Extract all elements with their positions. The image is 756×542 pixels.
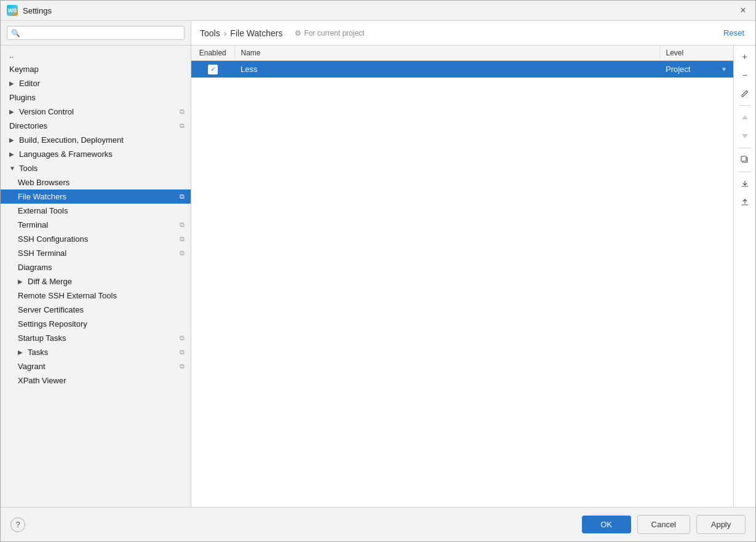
- col-header-level: Level: [659, 46, 733, 61]
- sidebar-item-version-control[interactable]: ▶ Version Control ⧉: [1, 105, 191, 119]
- sidebar-item-file-watchers[interactable]: File Watchers ⧉: [1, 189, 191, 204]
- copy-icon: ⧉: [180, 193, 185, 201]
- move-down-button[interactable]: [736, 127, 754, 145]
- sidebar-item-settings-repository[interactable]: Settings Repository: [1, 317, 191, 331]
- sidebar-item-xpath-viewer[interactable]: XPath Viewer: [1, 373, 191, 388]
- expand-arrow-icon: ▼: [9, 165, 18, 172]
- panel-header: Tools › File Watchers ⚙ For current proj…: [191, 21, 755, 46]
- sidebar-item-diagrams[interactable]: Diagrams: [1, 260, 191, 274]
- search-box[interactable]: 🔍: [7, 26, 185, 40]
- sidebar-list: .. Keymap ▶ Editor Plugins ▶: [1, 46, 191, 507]
- cancel-button[interactable]: Cancel: [637, 515, 690, 534]
- enabled-checkbox[interactable]: [208, 65, 218, 74]
- sidebar-item-remote-ssh[interactable]: Remote SSH External Tools: [1, 289, 191, 303]
- copy-icon: ⧉: [180, 249, 185, 257]
- table-row[interactable]: Less Project ▼: [191, 61, 733, 78]
- level-chevron-icon: ▼: [721, 66, 727, 73]
- sidebar-item-terminal[interactable]: Terminal ⧉: [1, 218, 191, 232]
- sidebar-item-vagrant[interactable]: Vagrant ⧉: [1, 359, 191, 373]
- sidebar-item-plugins[interactable]: Plugins: [1, 90, 191, 105]
- table-header-row: Enabled Name Level: [191, 46, 733, 61]
- sidebar-item-diff-merge[interactable]: ▶ Diff & Merge: [1, 274, 191, 289]
- export-button[interactable]: [736, 194, 754, 211]
- breadcrumb-parent: Tools: [200, 28, 220, 38]
- sidebar-item-external-tools[interactable]: External Tools: [1, 204, 191, 218]
- cell-level: Project ▼: [659, 61, 733, 78]
- down-arrow-icon: [741, 132, 749, 140]
- table-toolbar: + −: [733, 46, 755, 507]
- title-bar: WS Settings ×: [1, 1, 755, 21]
- toolbar-separator: [739, 172, 751, 172]
- svg-marker-0: [742, 115, 748, 119]
- bottom-bar: ? OK Cancel Apply: [1, 507, 755, 541]
- copy-icon: ⧉: [180, 122, 185, 130]
- cell-enabled: [191, 61, 234, 78]
- sidebar-item-web-browsers[interactable]: Web Browsers: [1, 175, 191, 189]
- window-title: Settings: [23, 6, 737, 15]
- level-value: Project: [666, 65, 690, 74]
- sidebar-item-parent[interactable]: ..: [1, 48, 191, 62]
- help-button[interactable]: ?: [10, 517, 25, 532]
- sidebar-item-ssh-terminal[interactable]: SSH Terminal ⧉: [1, 246, 191, 260]
- sidebar-item-startup-tasks[interactable]: Startup Tasks ⧉: [1, 331, 191, 345]
- cell-name: Less: [234, 61, 659, 78]
- project-icon: ⚙: [295, 29, 301, 38]
- copy-icon: ⧉: [180, 348, 185, 356]
- expand-arrow-icon: ▶: [9, 80, 18, 87]
- sidebar-item-editor[interactable]: ▶ Editor: [1, 76, 191, 90]
- sidebar-item-languages[interactable]: ▶ Languages & Frameworks: [1, 147, 191, 161]
- search-input[interactable]: [23, 28, 180, 38]
- parent-label: ..: [9, 50, 185, 60]
- sidebar: 🔍 .. Keymap ▶ Editor: [1, 21, 191, 507]
- svg-marker-1: [742, 134, 748, 138]
- sidebar-item-tools[interactable]: ▼ Tools: [1, 161, 191, 175]
- for-project: ⚙ For current project: [295, 29, 364, 38]
- edit-button[interactable]: [736, 85, 754, 102]
- sidebar-item-ssh-configurations[interactable]: SSH Configurations ⧉: [1, 232, 191, 246]
- remove-button[interactable]: −: [736, 66, 754, 84]
- move-up-button[interactable]: [736, 109, 754, 126]
- export-icon: [741, 198, 749, 207]
- expand-arrow-icon: ▶: [9, 137, 18, 143]
- table-container: Enabled Name Level Less: [191, 46, 733, 507]
- search-wrap: 🔍: [1, 21, 191, 46]
- col-header-enabled: Enabled: [191, 46, 234, 61]
- breadcrumb-current: File Watchers: [230, 28, 282, 38]
- sidebar-item-directories[interactable]: Directories ⧉: [1, 119, 191, 133]
- reset-button[interactable]: Reset: [721, 27, 747, 39]
- search-icon: 🔍: [11, 29, 20, 38]
- sidebar-item-keymap[interactable]: Keymap: [1, 62, 191, 76]
- close-button[interactable]: ×: [737, 4, 749, 17]
- copy-icon: ⧉: [180, 235, 185, 243]
- expand-arrow-icon: ▶: [9, 151, 18, 157]
- for-project-label: For current project: [304, 29, 364, 38]
- ok-button[interactable]: OK: [582, 516, 631, 533]
- copy-icon: ⧉: [180, 362, 185, 370]
- app-icon: WS: [7, 5, 18, 16]
- right-panel: Tools › File Watchers ⚙ For current proj…: [191, 21, 755, 507]
- expand-arrow-icon: ▶: [18, 349, 26, 356]
- import-button[interactable]: [736, 175, 754, 193]
- up-arrow-icon: [741, 114, 749, 121]
- sidebar-item-server-certificates[interactable]: Server Certificates: [1, 303, 191, 317]
- svg-rect-3: [741, 156, 746, 161]
- breadcrumb: Tools › File Watchers: [200, 28, 282, 38]
- sidebar-item-tasks[interactable]: ▶ Tasks ⧉: [1, 345, 191, 359]
- apply-button[interactable]: Apply: [696, 515, 746, 534]
- toolbar-separator: [739, 148, 751, 148]
- sidebar-item-build[interactable]: ▶ Build, Execution, Deployment: [1, 133, 191, 147]
- table-area: Enabled Name Level Less: [191, 46, 755, 507]
- expand-arrow-icon: ▶: [18, 278, 26, 285]
- copy-icon: ⧉: [180, 108, 185, 116]
- edit-icon: [741, 89, 749, 98]
- expand-arrow-icon: ▶: [9, 108, 18, 115]
- col-header-name: Name: [234, 46, 659, 61]
- copy-icon: ⧉: [180, 334, 185, 342]
- breadcrumb-separator: ›: [224, 28, 227, 38]
- file-watchers-table: Enabled Name Level Less: [191, 46, 733, 78]
- add-button[interactable]: +: [736, 48, 754, 65]
- copy-button[interactable]: [736, 151, 754, 169]
- copy-icon: [741, 156, 749, 164]
- import-icon: [741, 180, 749, 188]
- toolbar-separator: [739, 105, 751, 106]
